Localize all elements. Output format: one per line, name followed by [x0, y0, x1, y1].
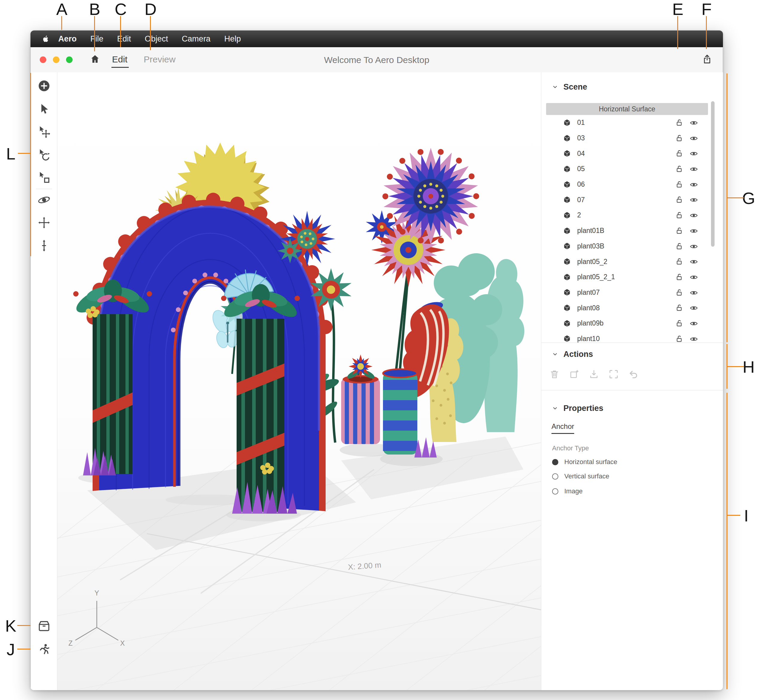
callout-letter-e: E: [672, 0, 683, 19]
add-object-icon[interactable]: [38, 79, 51, 92]
frame-icon[interactable]: [608, 369, 619, 380]
visibility-icon[interactable]: [689, 242, 698, 251]
scene-item-row[interactable]: plant01B: [541, 223, 723, 239]
chevron-down-icon[interactable]: [552, 405, 558, 412]
unlock-icon[interactable]: [675, 303, 683, 312]
visibility-icon[interactable]: [689, 118, 698, 128]
undo-icon[interactable]: [673, 54, 683, 64]
scale-tool-icon[interactable]: [38, 171, 51, 184]
unlock-icon[interactable]: [675, 334, 683, 342]
starter-assets-icon[interactable]: [38, 619, 51, 633]
dolly-camera-icon[interactable]: [38, 239, 51, 252]
scene-item-row[interactable]: plant05_2: [541, 254, 723, 269]
unlock-icon[interactable]: [675, 227, 683, 235]
menu-edit[interactable]: Edit: [117, 34, 131, 44]
visibility-icon[interactable]: [689, 319, 698, 328]
scene-item-row[interactable]: 04: [541, 146, 723, 161]
radio-horizontal-surface[interactable]: [552, 459, 558, 465]
scene-item-row[interactable]: 07: [541, 192, 723, 208]
unlock-icon[interactable]: [675, 288, 683, 297]
tab-preview[interactable]: Preview: [144, 54, 176, 64]
pan-camera-icon[interactable]: [38, 216, 51, 229]
share-icon[interactable]: [702, 54, 713, 64]
menu-file[interactable]: File: [91, 34, 104, 44]
properties-section-header[interactable]: Properties: [541, 403, 723, 414]
import-icon[interactable]: [588, 369, 599, 380]
app-menu-aero[interactable]: Aero: [58, 34, 77, 44]
orbit-camera-icon[interactable]: [38, 193, 51, 207]
visibility-icon[interactable]: [689, 273, 698, 282]
menu-help[interactable]: Help: [224, 34, 241, 44]
unlock-icon[interactable]: [675, 319, 683, 328]
scene-item-label: 05: [577, 165, 585, 173]
unlock-icon[interactable]: [675, 134, 683, 142]
anchor-option-vertical[interactable]: Vertical surface: [552, 472, 609, 480]
callout-tick-j: [17, 648, 30, 650]
anchor-tab[interactable]: Anchor: [552, 422, 574, 434]
visibility-icon[interactable]: [689, 288, 698, 297]
scene-item-row[interactable]: 03: [541, 131, 723, 146]
duplicate-icon[interactable]: [569, 369, 580, 380]
visibility-icon[interactable]: [689, 257, 698, 266]
horizontal-surface-row[interactable]: Horizontal Surface: [546, 103, 708, 115]
radio-vertical-surface[interactable]: [552, 473, 558, 480]
menu-camera[interactable]: Camera: [182, 34, 211, 44]
callout-tick-l: [18, 153, 31, 154]
scene-item-row[interactable]: 05: [541, 161, 723, 177]
scene-item-row[interactable]: 01: [541, 115, 723, 131]
unlock-icon[interactable]: [675, 118, 683, 127]
unlock-icon[interactable]: [675, 242, 683, 250]
scene-scrollbar[interactable]: [711, 101, 715, 247]
3d-scene[interactable]: X: 2.00 m Y Z X: [57, 72, 541, 690]
scene-item-row[interactable]: 2: [541, 208, 723, 223]
visibility-icon[interactable]: [689, 134, 698, 143]
zoom-button[interactable]: [66, 56, 73, 63]
right-panel: Scene Horizontal Surface 01 03 04 05 06: [541, 72, 723, 690]
scene-section-header[interactable]: Scene: [541, 82, 723, 92]
player-run-icon[interactable]: [38, 643, 51, 656]
menu-object[interactable]: Object: [145, 34, 168, 44]
unlock-icon[interactable]: [675, 257, 683, 266]
radio-image[interactable]: [552, 488, 558, 495]
scene-item-row[interactable]: 06: [541, 177, 723, 192]
scene-item-label: 01: [577, 119, 585, 127]
mesh-cube-icon: [563, 288, 571, 297]
unlock-icon[interactable]: [675, 211, 683, 219]
actions-section-header[interactable]: Actions: [541, 349, 723, 359]
close-button[interactable]: [40, 56, 46, 63]
unlock-icon[interactable]: [675, 149, 683, 158]
chevron-down-icon[interactable]: [552, 351, 558, 358]
select-tool-icon[interactable]: [38, 102, 51, 116]
scene-item-row[interactable]: plant10: [541, 331, 723, 342]
apple-logo-icon[interactable]: [42, 35, 50, 43]
reset-icon[interactable]: [628, 369, 639, 380]
scene-item-row[interactable]: plant03B: [541, 239, 723, 254]
rotate-tool-icon[interactable]: [38, 148, 51, 162]
viewport-canvas[interactable]: X: 2.00 m Y Z X: [57, 72, 541, 690]
unlock-icon[interactable]: [675, 164, 683, 173]
visibility-icon[interactable]: [689, 211, 698, 220]
move-tool-icon[interactable]: [38, 125, 51, 139]
visibility-icon[interactable]: [689, 195, 698, 205]
anchor-option-image[interactable]: Image: [552, 488, 583, 495]
mesh-cube-icon: [563, 165, 571, 173]
delete-icon[interactable]: [549, 369, 560, 380]
scene-item-row[interactable]: plant09b: [541, 316, 723, 331]
visibility-icon[interactable]: [689, 149, 698, 158]
visibility-icon[interactable]: [689, 180, 698, 189]
anchor-option-horizontal[interactable]: Horizontal surface: [552, 458, 617, 466]
home-icon[interactable]: [90, 54, 100, 64]
visibility-icon[interactable]: [689, 334, 698, 342]
visibility-icon[interactable]: [689, 303, 698, 312]
visibility-icon[interactable]: [689, 227, 698, 236]
scene-item-row[interactable]: plant08: [541, 300, 723, 316]
tab-edit[interactable]: Edit: [112, 54, 128, 64]
unlock-icon[interactable]: [675, 180, 683, 189]
minimize-button[interactable]: [53, 56, 59, 63]
chevron-down-icon[interactable]: [552, 83, 558, 91]
scene-item-row[interactable]: plant07: [541, 285, 723, 300]
scene-item-row[interactable]: plant05_2_1: [541, 269, 723, 285]
unlock-icon[interactable]: [675, 195, 683, 204]
unlock-icon[interactable]: [675, 273, 683, 281]
visibility-icon[interactable]: [689, 164, 698, 174]
